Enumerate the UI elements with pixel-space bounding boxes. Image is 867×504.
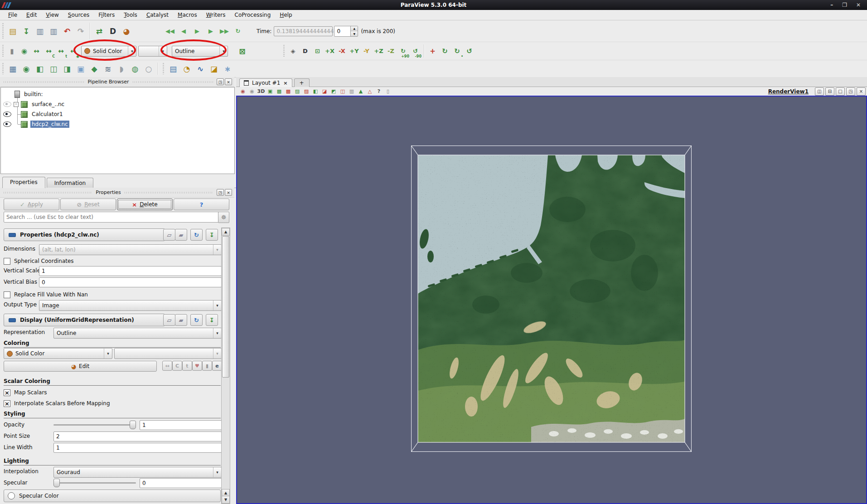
reset-defaults-icon[interactable]: ↻ <box>190 314 203 326</box>
menu-item-catalyst[interactable]: Catalyst <box>142 11 173 19</box>
paste-properties-icon[interactable]: ▰ <box>175 229 187 241</box>
pipeline-item-label[interactable]: hdcp2_clw.nc <box>30 121 69 128</box>
split-horizontal-icon[interactable]: ◫ <box>815 87 824 96</box>
find-data-icon[interactable]: ▤ <box>166 63 180 75</box>
clip-icon[interactable]: ◧ <box>33 63 47 75</box>
chevron-down-icon[interactable]: ▾ <box>213 300 221 310</box>
spherical-coordinates-checkbox[interactable] <box>4 258 10 265</box>
set-view-minus-x-icon[interactable]: -X <box>336 45 348 58</box>
stream-tracer-icon[interactable]: ≋ <box>101 63 115 75</box>
vertical-scale-input[interactable]: 1 <box>39 266 222 276</box>
select-cells-polygon-icon[interactable]: ▨ <box>294 88 301 95</box>
toggle-3d-icon[interactable]: 3D <box>257 88 265 95</box>
scroll-up-icon[interactable]: ▲ <box>222 228 230 236</box>
specular-input[interactable]: 0 <box>140 478 222 488</box>
pick-center-icon[interactable]: ↻• <box>451 45 463 58</box>
selection-help-icon[interactable]: ? <box>375 88 383 95</box>
select-points-rect-icon[interactable]: ▩ <box>285 88 292 95</box>
tab-information[interactable]: Information <box>47 178 93 188</box>
rescale-to-visible-range-icon[interactable]: ↔◉ <box>67 45 79 58</box>
properties-scrollbar[interactable]: ▲ ▲ ▼ <box>221 228 230 504</box>
close-dock-icon[interactable]: × <box>225 78 232 85</box>
save-state-icon[interactable]: ↧ <box>19 25 33 38</box>
vertical-bias-input[interactable]: 0 <box>39 277 222 287</box>
export-scene-icon[interactable]: ⇄ <box>92 25 106 38</box>
interactive-select-points-icon[interactable]: ▥ <box>348 88 355 95</box>
capture-data-icon[interactable]: D <box>106 25 120 38</box>
set-view-minus-y-icon[interactable]: -Y <box>360 45 373 58</box>
interpolate-scalars-checkbox[interactable]: × <box>4 400 10 407</box>
source-properties-header[interactable]: Properties (hdcp2_clw.nc) <box>4 228 165 241</box>
chevron-down-icon[interactable]: ▾ <box>213 467 221 477</box>
rescale-time-small-icon[interactable]: t <box>182 361 192 371</box>
set-view-plus-x-icon[interactable]: +X <box>324 45 336 58</box>
delete-button[interactable]: × Delete <box>117 199 173 210</box>
select-points-frustum-icon[interactable]: ◩ <box>330 88 337 95</box>
close-dock-icon[interactable]: × <box>225 189 232 196</box>
reset-defaults-icon[interactable]: ↻ <box>190 229 203 241</box>
set-view-plus-y-icon[interactable]: +Y <box>348 45 360 58</box>
color-by-combobox[interactable]: Solid Color ▾ <box>81 46 136 57</box>
loop-icon[interactable]: ↻ <box>231 25 245 38</box>
show-center-axes-icon[interactable]: + <box>426 45 439 58</box>
menu-item-writers[interactable]: Writers <box>202 11 230 19</box>
pipeline-item-builtin-[interactable]: builtin: <box>1 89 234 99</box>
chevron-down-icon[interactable]: ▾ <box>213 245 221 255</box>
point-size-input[interactable]: 2 <box>53 431 222 441</box>
fullscreen-icon[interactable]: ⊠ <box>236 45 248 58</box>
tab-layout-1[interactable]: Layout #1 × <box>239 78 292 87</box>
reset-camera-icon[interactable]: ◈ <box>287 45 299 58</box>
output-type-combobox[interactable]: Image ▾ <box>39 300 222 311</box>
extract-subset-icon[interactable]: ▣ <box>74 63 87 75</box>
tree-collapse-icon[interactable]: – <box>14 102 19 107</box>
opacity-input[interactable]: 1 <box>140 420 222 430</box>
menu-item-edit[interactable]: Edit <box>22 11 41 19</box>
pipeline-item-label[interactable]: surface_..nc <box>30 101 66 108</box>
select-cells-frustum-icon[interactable]: ◪ <box>321 88 328 95</box>
select-points-polygon-icon[interactable]: ▨ <box>303 88 310 95</box>
chevron-down-icon[interactable]: ▾ <box>104 349 112 359</box>
dimensions-combobox[interactable]: (alt, lat, lon) ▾ <box>39 244 222 255</box>
server-connect-icon[interactable]: ▥ <box>33 25 47 38</box>
pipeline-item-label[interactable]: builtin: <box>23 91 44 98</box>
chevron-down-icon[interactable]: ▾ <box>159 46 167 56</box>
plot-over-time-icon[interactable]: ◔ <box>180 63 194 75</box>
zoom-to-selection-icon[interactable]: ⊡ <box>311 45 324 58</box>
rescale-range-small-icon[interactable]: ↔ <box>162 361 172 371</box>
rescale-custom-small-icon[interactable]: C <box>172 361 182 371</box>
rescale-to-data-range-icon[interactable]: ↔ <box>30 45 43 58</box>
pipeline-item-hdcp2-clw-nc[interactable]: hdcp2_clw.nc <box>1 119 234 129</box>
rotate-90-cw-icon[interactable]: ↻+90 <box>397 45 409 58</box>
threshold-icon[interactable]: ◨ <box>60 63 74 75</box>
representation-combobox[interactable]: Outline ▾ <box>172 46 228 57</box>
render-view[interactable] <box>236 96 867 504</box>
opacity-slider[interactable] <box>53 420 136 429</box>
replace-fill-checkbox[interactable] <box>4 291 10 298</box>
color-palette-icon[interactable]: ◕ <box>120 25 133 38</box>
play-icon[interactable]: ▶ <box>190 25 204 38</box>
slice-icon[interactable]: ◫ <box>47 63 60 75</box>
search-input[interactable] <box>4 212 221 223</box>
rescale-over-time-icon[interactable]: ↔t <box>55 45 67 58</box>
clear-selection-icon[interactable]: ▯ <box>384 88 392 95</box>
copy-properties-icon[interactable]: ▱ <box>163 314 175 326</box>
apply-button[interactable]: ✓ Apply <box>4 199 59 210</box>
save-defaults-icon[interactable]: ↧ <box>206 229 218 241</box>
next-frame-icon[interactable]: ▶ <box>204 25 218 38</box>
pipeline-item-surface-nc[interactable]: –surface_..nc <box>1 99 234 109</box>
specular-color-button[interactable]: Specular Color <box>4 489 221 502</box>
undo-icon[interactable]: ↶ <box>60 25 74 38</box>
pipeline-tree[interactable]: builtin:–surface_..ncCalculator1hdcp2_cl… <box>0 87 235 174</box>
spin-down-icon[interactable]: ▼ <box>351 31 358 36</box>
rescale-to-custom-range-icon[interactable]: ↔C <box>43 45 55 58</box>
representation-combobox-panel[interactable]: Outline ▾ <box>53 328 222 339</box>
open-file-icon[interactable]: ▤ <box>6 25 19 38</box>
first-frame-icon[interactable]: ◀◀ <box>163 25 177 38</box>
color-array-combobox[interactable]: ▾ <box>138 46 167 57</box>
split-vertical-icon[interactable]: ⊟ <box>825 87 834 96</box>
menu-item-macros[interactable]: Macros <box>173 11 202 19</box>
terrain-map-with-outline-box[interactable] <box>411 145 692 452</box>
visibility-eye-icon[interactable] <box>3 102 11 107</box>
paste-properties-icon[interactable]: ▰ <box>175 314 187 326</box>
menu-item-help[interactable]: Help <box>275 11 296 19</box>
